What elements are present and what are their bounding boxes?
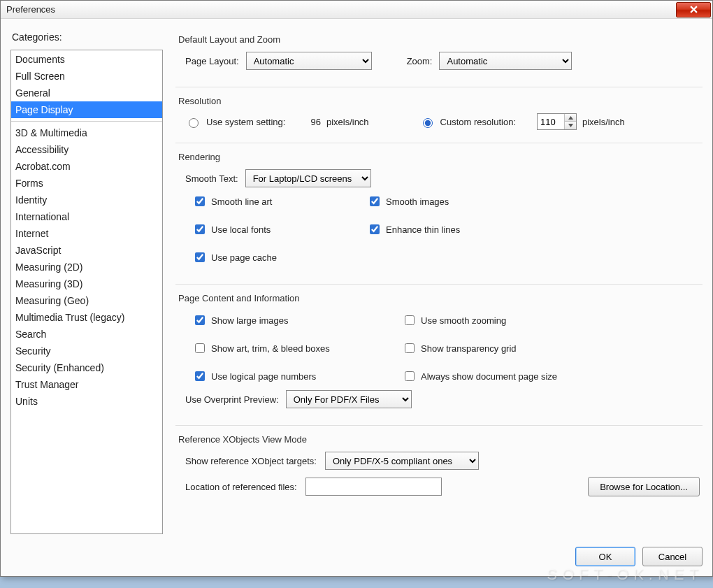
window-title: Preferences <box>6 4 55 15</box>
dialog-footer: OK Cancel <box>1 541 712 576</box>
custom-resolution-input[interactable] <box>538 114 564 129</box>
category-item[interactable]: General <box>11 85 162 101</box>
category-item-selected[interactable]: Page Display <box>11 101 162 118</box>
categories-panel: Categories: Documents Full Screen Genera… <box>10 30 163 534</box>
categories-label: Categories: <box>12 31 163 43</box>
use-system-radio[interactable] <box>189 118 199 128</box>
category-item[interactable]: Trust Manager <box>11 376 162 393</box>
spinner-down-button[interactable] <box>565 122 576 129</box>
category-item[interactable]: Security (Enhanced) <box>11 359 162 376</box>
group-xobjects: Reference XObjects View Mode Show refere… <box>175 425 703 506</box>
smooth-images-check[interactable] <box>370 196 380 206</box>
category-item[interactable]: International <box>11 208 162 225</box>
smooth-line-art-check[interactable] <box>195 196 205 206</box>
check-label: Show transparency grid <box>421 343 517 354</box>
category-item[interactable]: Measuring (2D) <box>11 259 162 275</box>
show-large-images-check[interactable] <box>195 315 205 325</box>
check-label: Smooth images <box>386 196 449 207</box>
check-label: Smooth line art <box>211 196 272 207</box>
use-smooth-zooming-check[interactable] <box>405 315 415 325</box>
xobject-targets-select[interactable]: Only PDF/X-5 compliant ones <box>325 452 479 470</box>
category-separator <box>11 121 162 122</box>
smooth-text-label: Smooth Text: <box>185 173 238 184</box>
smooth-text-select[interactable]: For Laptop/LCD screens <box>245 169 371 187</box>
zoom-select[interactable]: Automatic <box>439 52 572 70</box>
referenced-files-location-input[interactable] <box>305 478 442 496</box>
group-title: Reference XObjects View Mode <box>178 434 700 445</box>
category-item[interactable]: Forms <box>11 175 162 192</box>
custom-resolution-label: Custom resolution: <box>440 117 516 127</box>
category-item[interactable]: Multimedia Trust (legacy) <box>11 309 162 326</box>
use-local-fonts-check[interactable] <box>195 224 205 234</box>
always-show-doc-page-size-check[interactable] <box>405 371 415 381</box>
category-item[interactable]: Measuring (3D) <box>11 275 162 292</box>
use-system-label: Use system setting: <box>206 117 285 127</box>
categories-list[interactable]: Documents Full Screen General Page Displ… <box>10 50 163 534</box>
ok-button[interactable]: OK <box>575 547 635 566</box>
group-rendering: Rendering Smooth Text: For Laptop/LCD sc… <box>175 143 703 278</box>
overprint-preview-select[interactable]: Only For PDF/X Files <box>286 390 412 408</box>
chevron-down-icon <box>568 124 573 127</box>
use-logical-page-numbers-check[interactable] <box>195 371 205 381</box>
use-page-cache-check[interactable] <box>195 252 205 262</box>
category-item[interactable]: Search <box>11 326 162 343</box>
browse-location-button[interactable]: Browse for Location... <box>588 477 700 496</box>
category-item[interactable]: Security <box>11 343 162 359</box>
check-label: Show art, trim, & bleed boxes <box>211 343 330 354</box>
show-art-trim-bleed-check[interactable] <box>195 343 205 353</box>
custom-resolution-radio[interactable] <box>423 118 433 128</box>
check-label: Show large images <box>211 315 289 326</box>
custom-resolution-spinner[interactable] <box>537 113 577 130</box>
zoom-label: Zoom: <box>407 56 433 66</box>
check-label: Use logical page numbers <box>211 371 316 382</box>
check-label: Always show document page size <box>421 371 557 382</box>
category-item[interactable]: 3D & Multimedia <box>11 124 162 141</box>
group-page-content: Page Content and Information Show large … <box>175 284 703 420</box>
check-label: Use smooth zooming <box>421 315 506 326</box>
overprint-preview-label: Use Overprint Preview: <box>185 394 279 405</box>
check-label: Enhance thin lines <box>386 224 460 235</box>
xobject-targets-label: Show reference XObject targets: <box>185 456 317 466</box>
system-resolution-value: 96 <box>310 117 320 127</box>
group-layout-zoom: Default Layout and Zoom Page Layout: Aut… <box>175 30 703 81</box>
settings-panel: Default Layout and Zoom Page Layout: Aut… <box>175 30 703 534</box>
page-layout-label: Page Layout: <box>185 56 239 66</box>
titlebar: Preferences <box>1 1 712 19</box>
units-label: pixels/inch <box>326 117 369 127</box>
category-item[interactable]: Full Screen <box>11 68 162 85</box>
group-title: Page Content and Information <box>178 293 700 303</box>
close-icon <box>690 6 698 13</box>
cancel-button[interactable]: Cancel <box>642 547 703 566</box>
group-title: Rendering <box>178 152 700 162</box>
preferences-dialog: Preferences Categories: Documents Full S… <box>0 0 713 577</box>
category-item[interactable]: Documents <box>11 51 162 68</box>
category-item[interactable]: Acrobat.com <box>11 158 162 175</box>
page-layout-select[interactable]: Automatic <box>246 52 372 70</box>
show-transparency-grid-check[interactable] <box>405 343 415 353</box>
units-label: pixels/inch <box>582 117 625 127</box>
category-item[interactable]: Accessibility <box>11 141 162 158</box>
category-item[interactable]: JavaScript <box>11 242 162 259</box>
chevron-up-icon <box>568 116 573 120</box>
spinner-up-button[interactable] <box>565 114 576 122</box>
enhance-thin-lines-check[interactable] <box>370 224 380 234</box>
category-item[interactable]: Units <box>11 393 162 410</box>
category-item[interactable]: Measuring (Geo) <box>11 292 162 309</box>
group-title: Resolution <box>178 96 700 106</box>
group-title: Default Layout and Zoom <box>178 34 700 45</box>
close-button[interactable] <box>676 2 711 17</box>
check-label: Use page cache <box>211 252 277 263</box>
group-resolution: Resolution Use system setting: 96 pixels… <box>175 87 703 137</box>
category-item[interactable]: Internet <box>11 225 162 242</box>
referenced-files-location-label: Location of referenced files: <box>185 482 297 492</box>
category-item[interactable]: Identity <box>11 192 162 208</box>
dialog-body: Categories: Documents Full Screen Genera… <box>1 19 712 541</box>
check-label: Use local fonts <box>211 224 271 235</box>
